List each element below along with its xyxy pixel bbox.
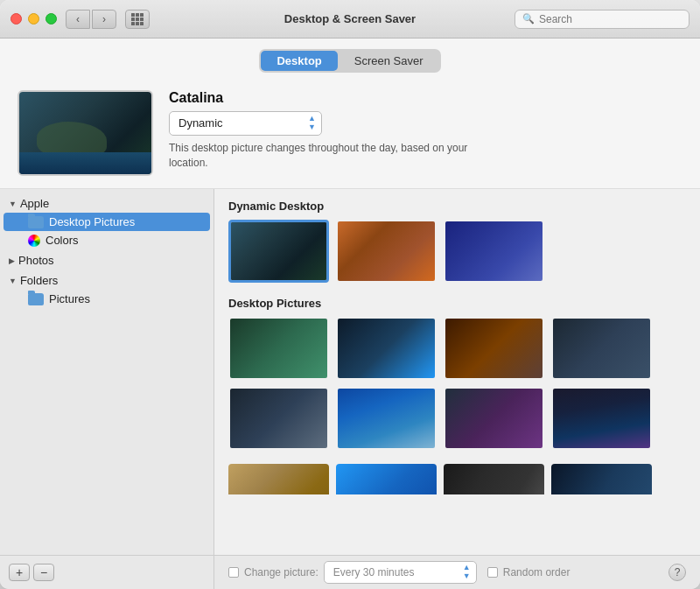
bottom-right-controls: Change picture: Every 30 minutes ▲▼ Rand… — [214, 556, 700, 589]
sidebar-group-folders[interactable]: ▼ Folders — [0, 271, 214, 290]
change-picture-row: Change picture: Every 30 minutes ▲▼ — [228, 561, 477, 584]
titlebar: ‹ › Desktop & Screen Saver 🔍 — [0, 0, 700, 39]
bottom-split: + − Change picture: Every 30 minutes ▲▼ … — [0, 555, 700, 589]
change-picture-checkbox[interactable] — [228, 567, 239, 578]
thumb-desk-5[interactable] — [228, 387, 329, 450]
thumb-desk-2[interactable] — [336, 317, 437, 380]
sidebar-item-label-pictures: Pictures — [49, 292, 90, 305]
sidebar-item-pictures[interactable]: Pictures — [4, 290, 210, 308]
main-split: ▼ Apple Desktop Pictures Colors ▶ Photos — [0, 189, 700, 555]
bottom-sidebar-controls: + − — [0, 556, 214, 589]
thumb-desk-6[interactable] — [336, 387, 437, 450]
sidebar-label-folders: Folders — [20, 274, 58, 287]
partial-row — [228, 464, 686, 494]
preview-info: Catalina Dynamic ▲▼ This desktop picture… — [169, 90, 484, 170]
interval-dropdown[interactable]: Every 30 minutes ▲▼ — [324, 561, 477, 584]
remove-source-button[interactable]: − — [33, 564, 54, 581]
section-title-desktop-pictures: Desktop Pictures — [228, 297, 686, 310]
thumb-image-desk-3 — [445, 319, 542, 378]
help-button[interactable]: ? — [668, 564, 686, 581]
tab-group: Desktop Screen Saver — [259, 49, 440, 73]
minimize-button[interactable] — [28, 13, 39, 25]
tab-area: Desktop Screen Saver — [0, 39, 700, 81]
section-title-dynamic: Dynamic Desktop — [228, 200, 686, 213]
window-title: Desktop & Screen Saver — [284, 12, 416, 25]
thumb-desk-8[interactable] — [551, 387, 652, 450]
partial-thumb-2[interactable] — [336, 464, 437, 494]
wallpaper-description: This desktop picture changes throughout … — [169, 141, 484, 171]
thumb-image-desk-8 — [553, 389, 650, 448]
thumb-image-dyn-2 — [338, 221, 435, 281]
triangle-folders-icon: ▼ — [9, 277, 17, 285]
thumb-desk-3[interactable] — [444, 317, 544, 380]
search-input[interactable] — [539, 13, 682, 25]
desktop-preview-thumbnail — [18, 90, 153, 176]
preview-image — [19, 92, 151, 174]
sidebar-section-folders: ▼ Folders Pictures — [0, 271, 214, 308]
sidebar-item-desktop-pictures[interactable]: Desktop Pictures — [4, 213, 210, 231]
right-panel: Dynamic Desktop Desktop Pictures — [214, 189, 700, 555]
interval-value: Every 30 minutes — [333, 566, 415, 578]
thumb-dyn-1[interactable] — [228, 220, 329, 283]
grid-view-button[interactable] — [125, 10, 150, 29]
right-scroll: Dynamic Desktop Desktop Pictures — [214, 189, 700, 555]
traffic-lights — [10, 13, 57, 25]
triangle-right-icon: ▶ — [9, 256, 15, 265]
maximize-button[interactable] — [46, 13, 57, 25]
folder-pictures-icon — [28, 293, 44, 305]
sidebar: ▼ Apple Desktop Pictures Colors ▶ Photos — [0, 189, 214, 555]
search-bar[interactable]: 🔍 — [514, 10, 690, 29]
search-icon: 🔍 — [522, 13, 535, 25]
add-source-button[interactable]: + — [9, 564, 30, 581]
desktop-pictures-grid — [228, 317, 686, 450]
partial-thumb-1[interactable] — [228, 464, 329, 494]
back-button[interactable]: ‹ — [66, 10, 90, 29]
main-window: ‹ › Desktop & Screen Saver 🔍 Desktop Scr… — [0, 0, 700, 589]
thumb-image-desk-4 — [553, 319, 650, 378]
thumb-desk-4[interactable] — [551, 317, 652, 380]
sidebar-section-apple: ▼ Apple Desktop Pictures Colors — [0, 194, 214, 249]
tab-screen-saver[interactable]: Screen Saver — [339, 51, 439, 71]
forward-button[interactable]: › — [92, 10, 116, 29]
dynamic-desktop-grid — [228, 220, 686, 283]
thumb-image-desk-2 — [338, 319, 435, 378]
random-order-label: Random order — [503, 566, 570, 578]
thumb-dyn-2[interactable] — [336, 220, 437, 283]
grid-dots-icon — [131, 13, 144, 25]
thumb-image-desk-6 — [338, 389, 435, 448]
sidebar-label-apple: Apple — [20, 197, 49, 210]
sidebar-item-colors[interactable]: Colors — [4, 231, 210, 249]
random-order-checkbox[interactable] — [487, 567, 498, 578]
thumb-image-desk-7 — [445, 389, 542, 448]
sidebar-group-apple[interactable]: ▼ Apple — [0, 194, 214, 213]
sidebar-item-label-desktop-pictures: Desktop Pictures — [49, 215, 135, 228]
tab-desktop[interactable]: Desktop — [261, 51, 337, 71]
thumb-image-dyn-1 — [231, 222, 326, 280]
dropdown-arrows-icon: ▲▼ — [308, 115, 316, 132]
thumb-dyn-3[interactable] — [444, 220, 544, 283]
interval-arrows-icon: ▲▼ — [463, 564, 471, 581]
thumb-image-dyn-3 — [445, 221, 542, 281]
sidebar-label-photos: Photos — [18, 254, 53, 267]
close-button[interactable] — [10, 13, 22, 25]
folder-icon — [28, 216, 44, 228]
thumb-image-desk-5 — [230, 389, 327, 448]
partial-thumb-4[interactable] — [551, 464, 652, 494]
style-dropdown-value: Dynamic — [178, 116, 223, 130]
triangle-icon: ▼ — [9, 200, 17, 208]
sidebar-group-photos[interactable]: ▶ Photos — [0, 251, 214, 270]
thumb-desk-1[interactable] — [228, 317, 329, 380]
thumb-desk-7[interactable] — [444, 387, 544, 450]
change-picture-label: Change picture: — [244, 566, 318, 578]
thumb-image-desk-1 — [230, 319, 327, 378]
sidebar-section-photos: ▶ Photos — [0, 251, 214, 270]
nav-buttons: ‹ › — [66, 10, 116, 29]
colors-icon — [28, 235, 40, 247]
preview-area: Catalina Dynamic ▲▼ This desktop picture… — [0, 81, 700, 189]
wallpaper-name: Catalina — [169, 90, 484, 106]
style-dropdown[interactable]: Dynamic ▲▼ — [169, 111, 322, 136]
sidebar-item-label-colors: Colors — [46, 234, 79, 247]
partial-thumb-3[interactable] — [444, 464, 544, 494]
